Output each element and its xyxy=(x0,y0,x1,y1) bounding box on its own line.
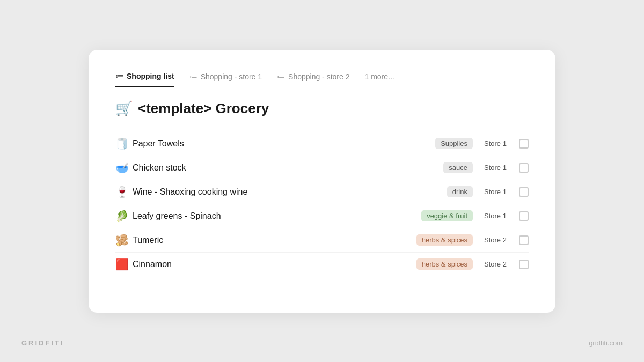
item-name-0: Paper Towels xyxy=(133,139,435,149)
item-emoji-3: 🥬 xyxy=(115,210,133,223)
item-checkbox-5[interactable] xyxy=(519,260,529,269)
tab-label: 1 more... xyxy=(364,72,394,81)
item-emoji-4: 🫚 xyxy=(115,234,133,247)
item-tag-2: drink xyxy=(447,186,473,197)
tab-shopping-store-2[interactable]: Shopping - store 2 xyxy=(277,72,349,87)
page-title-emoji: 🛒 xyxy=(115,100,133,117)
item-name-4: Tumeric xyxy=(133,235,416,245)
item-checkbox-4[interactable] xyxy=(519,235,529,245)
item-emoji-5: 🟥 xyxy=(115,258,133,271)
item-name-3: Leafy greens - Spinach xyxy=(133,211,421,221)
list-item: 🍷Wine - Shaoxing cooking winedrinkStore … xyxy=(115,180,529,204)
item-tag-0: Supplies xyxy=(435,138,473,149)
tab-list-icon xyxy=(189,72,197,82)
item-store-1: Store 1 xyxy=(479,164,511,172)
list-item: 🥬Leafy greens - Spinachveggie & fruitSto… xyxy=(115,204,529,228)
item-tag-5: herbs & spices xyxy=(416,258,473,270)
tab-more[interactable]: 1 more... xyxy=(364,72,394,86)
brand-left: GRIDFITI xyxy=(21,339,64,347)
tab-shopping-list[interactable]: Shopping list xyxy=(115,71,174,87)
item-emoji-2: 🍷 xyxy=(115,186,133,198)
tab-bar: Shopping listShopping - store 1Shopping … xyxy=(115,71,529,87)
main-card: Shopping listShopping - store 1Shopping … xyxy=(89,50,555,313)
item-tag-3: veggie & fruit xyxy=(421,210,473,221)
item-checkbox-3[interactable] xyxy=(519,211,529,221)
item-store-0: Store 1 xyxy=(479,139,511,147)
list-item: 🟥Cinnamonherbs & spicesStore 2 xyxy=(115,253,529,276)
item-checkbox-2[interactable] xyxy=(519,187,529,197)
list-item: 🫚Tumericherbs & spicesStore 2 xyxy=(115,228,529,253)
item-checkbox-1[interactable] xyxy=(519,163,529,173)
page-title-text: <template> Grocery xyxy=(138,100,269,117)
list-item: 🥣Chicken stocksauceStore 1 xyxy=(115,156,529,180)
tab-label: Shopping - store 1 xyxy=(201,72,262,81)
item-checkbox-0[interactable] xyxy=(519,139,529,149)
item-name-2: Wine - Shaoxing cooking wine xyxy=(133,187,447,197)
item-store-4: Store 2 xyxy=(479,236,511,244)
item-tag-4: herbs & spices xyxy=(416,234,473,246)
tab-label: Shopping - store 2 xyxy=(288,72,349,81)
list-item: 🧻Paper TowelsSuppliesStore 1 xyxy=(115,132,529,156)
item-emoji-1: 🥣 xyxy=(115,161,133,174)
tab-list-icon xyxy=(277,72,285,82)
tab-list-icon xyxy=(115,71,123,81)
tab-label: Shopping list xyxy=(127,72,174,80)
item-name-5: Cinnamon xyxy=(133,260,416,269)
brand-right: gridfiti.com xyxy=(589,339,623,347)
item-tag-1: sauce xyxy=(443,162,473,173)
item-store-2: Store 1 xyxy=(479,188,511,196)
grocery-list: 🧻Paper TowelsSuppliesStore 1🥣Chicken sto… xyxy=(115,132,529,276)
item-name-1: Chicken stock xyxy=(133,163,443,173)
item-emoji-0: 🧻 xyxy=(115,137,133,150)
item-store-5: Store 2 xyxy=(479,260,511,268)
item-store-3: Store 1 xyxy=(479,212,511,220)
tab-shopping-store-1[interactable]: Shopping - store 1 xyxy=(189,72,262,87)
page-title-row: 🛒 <template> Grocery xyxy=(115,100,529,117)
